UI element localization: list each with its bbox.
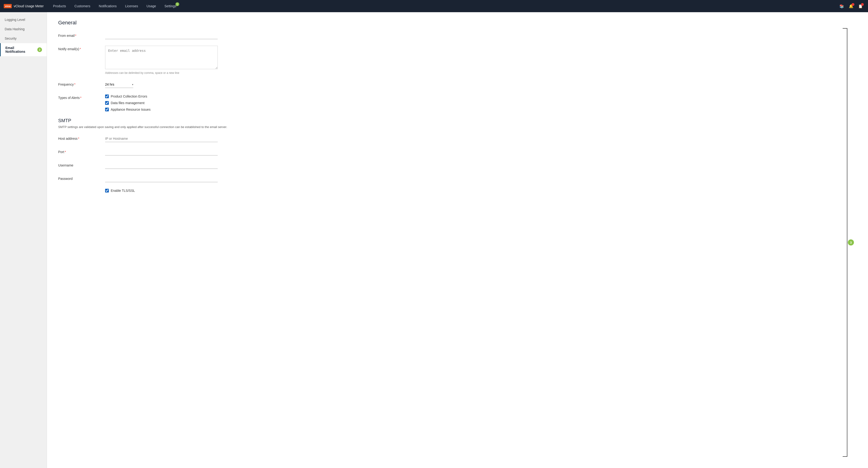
- smtp-section: SMTP SMTP settings are validated upon sa…: [58, 118, 857, 193]
- port-label: Port*: [58, 149, 105, 154]
- notify-emails-label: Notify email(s)*: [58, 46, 105, 51]
- nav-icons: 📚 🔔 📋: [838, 3, 864, 10]
- from-email-row: From email*: [58, 32, 857, 39]
- alert-appliance-resource-issues-checkbox[interactable]: [105, 108, 109, 111]
- bracket-bottom-line: [843, 456, 847, 457]
- username-row: Username: [58, 162, 857, 169]
- brand: vmw vCloud Usage Meter: [4, 4, 43, 8]
- nav-item-notifications[interactable]: Notifications: [95, 3, 120, 9]
- alerts-checkbox-group: Product Collection Errors Data files man…: [105, 95, 218, 111]
- types-of-alerts-wrapper: Product Collection Errors Data files man…: [105, 95, 218, 111]
- general-title: General: [58, 20, 857, 26]
- alert-data-files-management[interactable]: Data files management: [105, 101, 218, 105]
- password-label: Password: [58, 175, 105, 180]
- frequency-label: Frequency*: [58, 81, 105, 86]
- brand-title: vCloud Usage Meter: [13, 4, 43, 8]
- username-input[interactable]: [105, 162, 218, 169]
- frequency-row: Frequency* 24 hrs 12 hrs 6 hrs 1 hr ▾: [58, 81, 857, 88]
- host-address-row: Host address*: [58, 135, 857, 142]
- username-wrapper: [105, 162, 218, 169]
- frequency-required: *: [74, 82, 75, 86]
- notify-emails-hint: Addresses can be delimited by comma, spa…: [105, 71, 218, 74]
- host-address-required: *: [78, 137, 79, 140]
- notify-emails-textarea[interactable]: [105, 46, 218, 69]
- notifications-icon-badge: [851, 3, 855, 6]
- main-content: General From email* Notify email(s)* Add…: [47, 12, 868, 468]
- password-wrapper: [105, 175, 218, 182]
- enable-tls-label: Enable TLS/SSL: [111, 189, 135, 193]
- nav-item-usage[interactable]: Usage: [143, 3, 160, 9]
- settings-badge: 1: [176, 2, 179, 6]
- brand-logo: vmw: [4, 4, 12, 8]
- frequency-chevron-icon: ▾: [132, 83, 133, 86]
- nav-item-licenses[interactable]: Licenses: [121, 3, 142, 9]
- enable-tls-checkbox[interactable]: [105, 189, 109, 193]
- smtp-description: SMTP settings are validated upon saving …: [58, 125, 857, 129]
- alert-appliance-resource-issues[interactable]: Appliance Resource Issues: [105, 108, 218, 111]
- from-email-wrapper: [105, 32, 218, 39]
- tasks-icon-button[interactable]: 📋: [857, 3, 864, 10]
- bracket-badge-3: 3: [848, 239, 854, 245]
- notifications-icon-button[interactable]: 🔔: [847, 3, 855, 10]
- sidebar: Logging Level Data Hashing Security Emai…: [0, 12, 47, 468]
- alert-data-files-management-label: Data files management: [111, 101, 145, 105]
- port-required: *: [65, 150, 66, 154]
- sidebar-item-logging-level[interactable]: Logging Level: [0, 15, 47, 24]
- alert-data-files-management-checkbox[interactable]: [105, 101, 109, 105]
- from-email-required: *: [75, 34, 76, 37]
- port-row: Port*: [58, 149, 857, 156]
- alert-product-collection-errors[interactable]: Product Collection Errors: [105, 95, 218, 98]
- host-address-label: Host address*: [58, 135, 105, 140]
- username-label: Username: [58, 162, 105, 167]
- enable-tls-item[interactable]: Enable TLS/SSL: [105, 189, 218, 193]
- from-email-label: From email*: [58, 32, 105, 37]
- from-email-input[interactable]: [105, 32, 218, 39]
- sidebar-item-email-notifications[interactable]: Email Notifications 2: [0, 43, 47, 56]
- host-address-wrapper: [105, 135, 218, 142]
- notify-emails-row: Notify email(s)* Addresses can be delimi…: [58, 46, 857, 74]
- host-address-input[interactable]: [105, 135, 218, 142]
- notify-emails-required: *: [80, 47, 81, 51]
- email-notifications-badge: 2: [37, 47, 42, 52]
- password-input[interactable]: [105, 175, 218, 182]
- notify-emails-wrapper: Addresses can be delimited by comma, spa…: [105, 46, 218, 74]
- library-icon-button[interactable]: 📚: [838, 3, 845, 10]
- top-navigation: vmw vCloud Usage Meter Products Customer…: [0, 0, 868, 12]
- bracket-top-line: [843, 28, 847, 29]
- password-row: Password: [58, 175, 857, 182]
- types-of-alerts-required: *: [80, 96, 82, 100]
- types-of-alerts-row: Types of Alerts* Product Collection Erro…: [58, 95, 857, 111]
- enable-tls-spacer: [58, 189, 105, 190]
- enable-tls-row: Enable TLS/SSL: [58, 189, 857, 193]
- app-layout: Logging Level Data Hashing Security Emai…: [0, 12, 868, 468]
- nav-item-products[interactable]: Products: [49, 3, 70, 9]
- alert-product-collection-errors-label: Product Collection Errors: [111, 95, 147, 98]
- frequency-wrapper: 24 hrs 12 hrs 6 hrs 1 hr ▾: [105, 81, 218, 88]
- sidebar-item-security[interactable]: Security: [0, 34, 47, 43]
- bracket-vertical-line: [847, 28, 847, 457]
- port-input[interactable]: [105, 149, 218, 156]
- tasks-icon-badge: [861, 3, 864, 6]
- bracket-annotation: 3: [840, 28, 854, 457]
- frequency-select[interactable]: 24 hrs 12 hrs 6 hrs 1 hr: [105, 81, 132, 88]
- alert-appliance-resource-issues-label: Appliance Resource Issues: [111, 108, 151, 111]
- nav-item-customers[interactable]: Customers: [71, 3, 94, 9]
- nav-items: Products Customers Notifications License…: [49, 3, 838, 9]
- frequency-select-wrapper: 24 hrs 12 hrs 6 hrs 1 hr ▾: [105, 81, 133, 88]
- smtp-title: SMTP: [58, 118, 857, 123]
- sidebar-item-data-hashing[interactable]: Data Hashing: [0, 24, 47, 34]
- port-wrapper: [105, 149, 218, 156]
- alert-product-collection-errors-checkbox[interactable]: [105, 95, 109, 98]
- enable-tls-wrapper: Enable TLS/SSL: [105, 189, 218, 193]
- nav-item-settings[interactable]: Settings 1: [161, 3, 180, 9]
- types-of-alerts-label: Types of Alerts*: [58, 95, 105, 100]
